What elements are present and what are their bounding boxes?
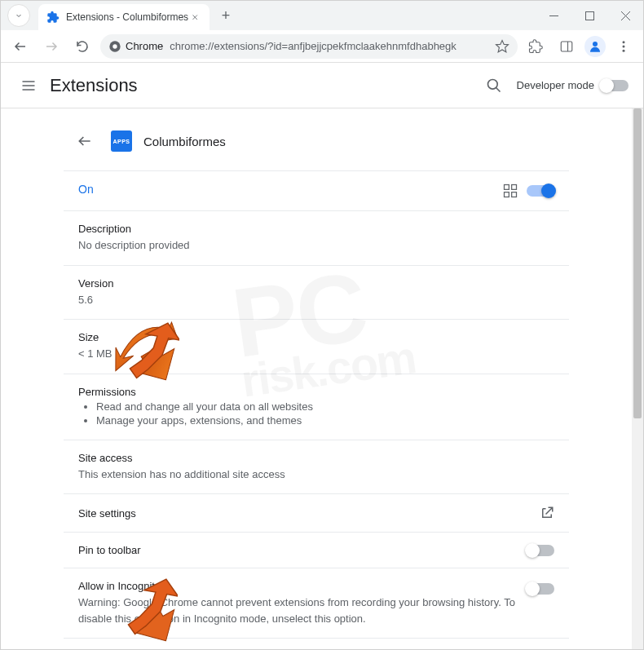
close-window-button[interactable] [607,1,643,30]
size-value: < 1 MB [78,346,554,362]
open-in-new-icon [540,506,554,520]
permissions-row: Permissions Read and change all your dat… [64,374,569,440]
tab-search-button[interactable] [7,4,30,27]
extensions-header: Extensions Developer mode [1,63,643,108]
svg-rect-3 [561,42,572,51]
site-settings-label: Site settings [78,507,540,520]
extension-icon: APPS [111,130,132,152]
content-area: APPS Columbiformes On Description No des… [1,108,632,649]
pin-label: Pin to toolbar [78,544,527,556]
page-title: Extensions [50,75,138,96]
extensions-button[interactable] [523,33,549,60]
enabled-row: On [64,170,569,210]
description-value: No description provided [78,237,554,254]
incognito-label: Allow in Incognito [78,580,527,592]
permissions-list: Read and change all your data on all web… [78,400,554,427]
site-chip-label: Chrome [126,40,163,52]
search-button[interactable] [478,69,510,102]
browser-tab[interactable]: Extensions - Columbiformes [38,4,210,30]
maximize-icon [585,11,594,20]
star-icon [495,39,509,54]
chevron-down-icon [14,11,24,20]
bookmark-button[interactable] [495,39,509,54]
permission-item: Read and change all your data on all web… [96,400,554,413]
new-tab-button[interactable]: + [214,4,237,27]
minimize-button[interactable] [536,1,571,30]
extension-enabled-toggle[interactable] [527,185,554,197]
version-row: Version 5.6 [64,265,569,320]
svg-point-7 [623,45,625,47]
tab-title: Extensions - Columbiformes [66,11,188,23]
source-row: Source Not from Chrome Web Store. [64,638,569,649]
extension-detail-header: APPS Columbiformes [64,117,569,170]
pin-toggle[interactable] [527,545,554,556]
developer-mode-row: Developer mode [517,79,629,91]
address-bar[interactable]: Chrome chrome://extensions/?id=anfjbejjc… [100,34,518,59]
svg-point-5 [593,42,598,46]
back-to-list-button[interactable] [70,126,99,156]
hamburger-icon [20,77,37,94]
window-controls [536,1,643,30]
svg-rect-10 [505,185,509,190]
profile-button[interactable] [584,36,606,57]
permission-item: Manage your apps, extensions, and themes [96,414,554,427]
puzzle-icon [528,39,543,54]
version-label: Version [78,277,554,290]
reload-button[interactable] [69,33,95,60]
extension-name: Columbiformes [143,135,226,148]
tab-close-button[interactable] [188,11,201,24]
browser-toolbar: Chrome chrome://extensions/?id=anfjbejjc… [1,30,643,63]
view-options-button[interactable] [502,183,518,199]
reload-icon [75,39,90,54]
side-panel-icon [559,39,574,54]
svg-rect-13 [512,192,517,197]
size-label: Size [78,331,554,343]
site-access-row: Site access This extension has no additi… [64,440,569,494]
developer-mode-label: Developer mode [517,79,594,91]
back-button[interactable] [7,33,33,60]
person-icon [588,39,602,54]
puzzle-icon [46,11,60,24]
side-panel-button[interactable] [554,33,580,60]
svg-point-9 [487,79,497,89]
maximize-button[interactable] [571,1,607,30]
more-vert-icon [616,39,631,54]
site-access-value: This extension has no additional site ac… [78,466,554,483]
pin-row: Pin to toolbar [64,532,569,568]
incognito-warning: Warning: Google Chrome cannot prevent ex… [78,595,527,626]
svg-rect-0 [585,11,593,20]
site-access-label: Site access [78,452,554,464]
browser-tab-bar: Extensions - Columbiformes + [1,1,643,30]
arrow-right-icon [44,39,59,54]
version-value: 5.6 [78,292,554,308]
incognito-row: Allow in Incognito Warning: Google Chrom… [64,568,569,638]
scrollbar-thumb[interactable] [633,108,642,418]
site-settings-row[interactable]: Site settings [64,493,569,532]
incognito-toggle[interactable] [527,583,554,595]
chrome-logo-icon [108,40,121,53]
svg-point-6 [623,41,625,43]
close-icon [191,13,199,21]
search-icon [486,77,502,94]
svg-point-8 [623,49,625,51]
description-row: Description No description provided [64,210,569,265]
forward-button[interactable] [38,33,64,60]
developer-mode-toggle[interactable] [601,80,629,91]
arrow-left-icon [13,39,28,54]
vertical-scrollbar[interactable] [632,108,643,649]
svg-rect-12 [505,192,509,197]
grid-icon [502,183,518,199]
arrow-left-icon [77,133,93,149]
svg-point-2 [112,44,117,48]
svg-rect-11 [512,185,517,190]
open-site-settings-button[interactable] [540,506,554,520]
menu-drawer-button[interactable] [12,69,45,102]
enabled-label: On [78,183,502,196]
minimize-icon [549,11,558,20]
permissions-label: Permissions [78,386,554,398]
menu-button[interactable] [611,33,637,60]
url-text: chrome://extensions/?id=anfjbejjcpekfmcl… [170,40,488,52]
site-info-chip[interactable]: Chrome [108,40,163,53]
close-icon [621,11,630,20]
description-label: Description [78,223,554,235]
